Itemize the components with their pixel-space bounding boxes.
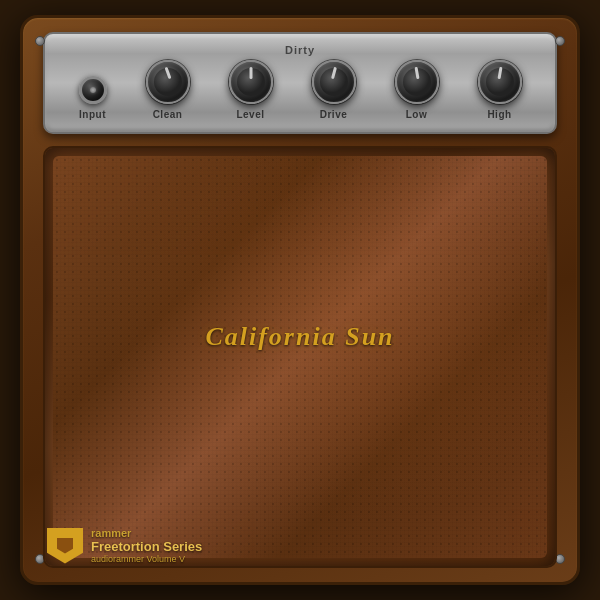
amp-name: California Sun [205, 322, 394, 352]
clean-knob[interactable] [146, 60, 190, 104]
series-label: Freetortion Series [91, 539, 202, 554]
sub-label: audiorammer Volume V [91, 554, 202, 564]
high-label: High [487, 109, 511, 120]
amp-body: Dirty Input Clean [20, 15, 580, 585]
knob-group-clean: Clean [146, 60, 190, 120]
branding-area: rammer Freetortion Series audiorammer Vo… [47, 527, 202, 564]
level-knob-marker [249, 67, 252, 79]
knobs-row: Input Clean Level [61, 60, 539, 120]
drive-knob-marker [330, 67, 336, 79]
level-knob[interactable] [229, 60, 273, 104]
drive-knob[interactable] [312, 60, 356, 104]
knob-group-input: Input [79, 76, 107, 120]
high-knob[interactable] [478, 60, 522, 104]
high-knob-marker [497, 67, 502, 79]
input-toggle[interactable] [79, 76, 107, 104]
dirty-label: Dirty [285, 44, 315, 56]
input-label: Input [79, 109, 106, 120]
clean-knob-marker [164, 67, 171, 79]
drive-label: Drive [320, 109, 348, 120]
knob-group-high: High [478, 60, 522, 120]
low-knob[interactable] [395, 60, 439, 104]
low-knob-marker [414, 67, 419, 79]
brand-text-group: rammer Freetortion Series audiorammer Vo… [91, 527, 202, 564]
control-panel: Dirty Input Clean [43, 32, 557, 134]
low-label: Low [406, 109, 428, 120]
speaker-cabinet: California Sun [43, 146, 557, 568]
knob-group-low: Low [395, 60, 439, 120]
knob-group-drive: Drive [312, 60, 356, 120]
speaker-dots [53, 156, 547, 558]
level-label: Level [236, 109, 264, 120]
knob-group-level: Level [229, 60, 273, 120]
clean-label: Clean [153, 109, 183, 120]
bolt-top-left [35, 36, 45, 46]
bolt-top-right [555, 36, 565, 46]
brand-logo-icon [47, 528, 83, 564]
brand-name: rammer [91, 527, 202, 539]
